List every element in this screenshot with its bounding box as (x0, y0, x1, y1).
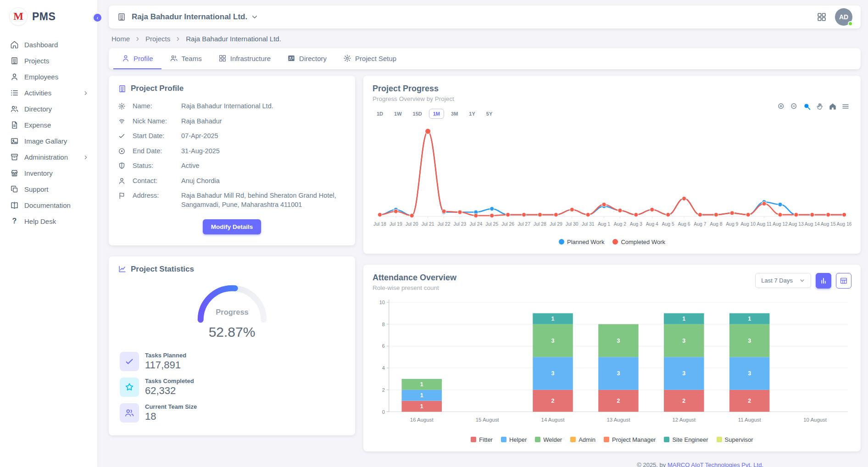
tab-profile[interactable]: Profile (113, 48, 161, 69)
legend-item-planned-work[interactable]: Planned Work (559, 239, 604, 245)
zoom-out-icon[interactable] (790, 102, 798, 111)
archive-icon (10, 153, 19, 161)
breadcrumb-separator-icon (175, 36, 181, 42)
svg-text:1: 1 (748, 316, 751, 322)
svg-text:1: 1 (551, 316, 555, 322)
svg-text:1: 1 (420, 381, 423, 388)
sidebar-item-projects[interactable]: Projects (0, 53, 97, 69)
app-logo[interactable]: M PMS (0, 0, 97, 35)
bar-chart-legend: FitterHelperWelderAdminProject ManagerSi… (373, 436, 851, 443)
svg-text:Jul 18: Jul 18 (373, 222, 386, 227)
modify-details-button[interactable]: Modify Details (203, 219, 262, 234)
sidebar-item-expense[interactable]: Expense (0, 117, 97, 133)
legend-item-completed-work[interactable]: Completed Work (612, 239, 665, 245)
attendance-bar-chart[interactable]: 024681011116 August15 August233114 Augus… (373, 297, 851, 435)
legend-item-supervisor[interactable]: Supervisor (717, 436, 753, 443)
stat-tasks-planned: Tasks Planned 117,891 (120, 352, 346, 371)
svg-text:Jul 24: Jul 24 (469, 222, 482, 227)
project-statistics-card: Project Statistics Progress 52.87% (109, 256, 355, 435)
svg-text:Aug 2: Aug 2 (614, 222, 626, 227)
range-button-5Y[interactable]: 5Y (482, 109, 496, 119)
svg-text:3: 3 (617, 370, 620, 377)
range-button-1W[interactable]: 1W (390, 109, 406, 119)
image-icon (10, 137, 19, 145)
chevron-down-icon[interactable] (251, 13, 258, 21)
bar-chart-icon (819, 277, 828, 285)
tab-teams[interactable]: Teams (161, 48, 210, 69)
sidebar-item-employees[interactable]: Employees (0, 69, 97, 85)
range-button-3M[interactable]: 3M (447, 109, 462, 119)
svg-text:Aug 1: Aug 1 (598, 222, 610, 227)
gear-icon (343, 54, 351, 62)
svg-text:3: 3 (682, 337, 685, 344)
user-icon (10, 72, 19, 81)
range-button-15D[interactable]: 15D (409, 109, 426, 119)
tab-project-setup[interactable]: Project Setup (335, 48, 405, 69)
legend-item-project-manager[interactable]: Project Manager (604, 436, 656, 443)
legend-item-welder[interactable]: Welder (535, 436, 562, 443)
top-bar: Raja Bahadur International Ltd. AD (109, 6, 861, 28)
question-icon: ? (10, 217, 19, 225)
team-icon (124, 408, 134, 418)
sidebar-item-activities[interactable]: Activities (0, 85, 97, 101)
svg-text:Aug 9: Aug 9 (726, 222, 738, 227)
legend-swatch (570, 437, 576, 442)
svg-text:1: 1 (420, 392, 423, 399)
tab-infrastructure[interactable]: Infrastructure (210, 48, 279, 69)
sidebar-item-dashboard[interactable]: Dashboard (0, 37, 97, 53)
zoom-in-icon[interactable] (777, 102, 785, 111)
sidebar-item-administration[interactable]: Administration (0, 149, 97, 165)
footer-company-link[interactable]: MARCO AIoT Technologies Pvt. Ltd. (668, 461, 763, 467)
progress-card-subtitle: Progress Overview by Project (373, 95, 851, 102)
profile-card-icon (118, 84, 127, 93)
fingerprint-icon (118, 117, 126, 125)
main-area: Raja Bahadur International Ltd. AD Home … (97, 0, 868, 467)
apps-grid-icon[interactable] (817, 12, 827, 22)
sidebar-item-documentation[interactable]: Documentation (0, 197, 97, 213)
svg-text:Jul 26: Jul 26 (501, 222, 514, 227)
sidebar-nav: Dashboard Projects Employees Activities … (0, 35, 97, 231)
svg-text:Aug 15: Aug 15 (821, 222, 836, 227)
legend-item-admin[interactable]: Admin (570, 436, 595, 443)
pan-icon[interactable] (816, 102, 824, 111)
svg-text:Aug 6: Aug 6 (678, 222, 690, 227)
breadcrumb-projects[interactable]: Projects (145, 35, 170, 43)
range-button-1D[interactable]: 1D (373, 109, 387, 119)
table-view-button[interactable] (836, 273, 851, 289)
sidebar-collapse-button[interactable]: ‹ (92, 12, 103, 23)
breadcrumb-separator-icon (134, 36, 141, 42)
sidebar-item-inventory[interactable]: Inventory (0, 165, 97, 181)
sidebar-item-image-gallery[interactable]: Image Gallary (0, 133, 97, 149)
user-avatar[interactable]: AD (835, 8, 852, 26)
bar-chart-view-button[interactable] (816, 273, 831, 289)
legend-item-fitter[interactable]: Fitter (471, 436, 493, 443)
attendance-range-select[interactable]: Last 7 Days (755, 273, 811, 288)
selection-zoom-icon[interactable] (803, 102, 811, 111)
progress-line-chart[interactable]: Jul 18Jul 19Jul 20Jul 21Jul 22Jul 23Jul … (373, 122, 851, 238)
svg-text:Jul 19: Jul 19 (389, 222, 402, 227)
range-button-1M[interactable]: 1M (429, 109, 444, 119)
home-reset-icon[interactable] (829, 102, 837, 111)
menu-icon[interactable] (841, 102, 850, 111)
svg-text:2: 2 (382, 387, 385, 392)
field-contact: Contact: Anuj Chordia (118, 175, 346, 187)
svg-text:Progress: Progress (216, 307, 248, 316)
legend-item-site-engineer[interactable]: Site Engineer (664, 436, 708, 443)
legend-item-helper[interactable]: Helper (501, 436, 527, 443)
chart-line-icon (118, 265, 127, 273)
svg-text:Aug 16: Aug 16 (837, 222, 851, 227)
svg-text:Aug 11: Aug 11 (757, 222, 771, 227)
chevron-right-icon (83, 154, 89, 161)
sidebar-item-help-desk[interactable]: ? Help Desk (0, 213, 97, 229)
svg-text:8: 8 (382, 321, 385, 327)
breadcrumb-home[interactable]: Home (111, 35, 130, 43)
users-icon (170, 54, 178, 62)
sidebar-item-directory[interactable]: Directory (0, 101, 97, 117)
list-icon (10, 89, 19, 97)
tab-directory[interactable]: Directory (279, 48, 335, 69)
book-icon (10, 201, 19, 210)
sidebar-item-support[interactable]: Support (0, 181, 97, 197)
range-button-1Y[interactable]: 1Y (465, 109, 479, 119)
project-progress-card: Project Progress Progress Overview by Pr… (363, 76, 861, 254)
field-address: Address: Raja Bahadur Mill Rd, behind Sh… (118, 190, 346, 211)
